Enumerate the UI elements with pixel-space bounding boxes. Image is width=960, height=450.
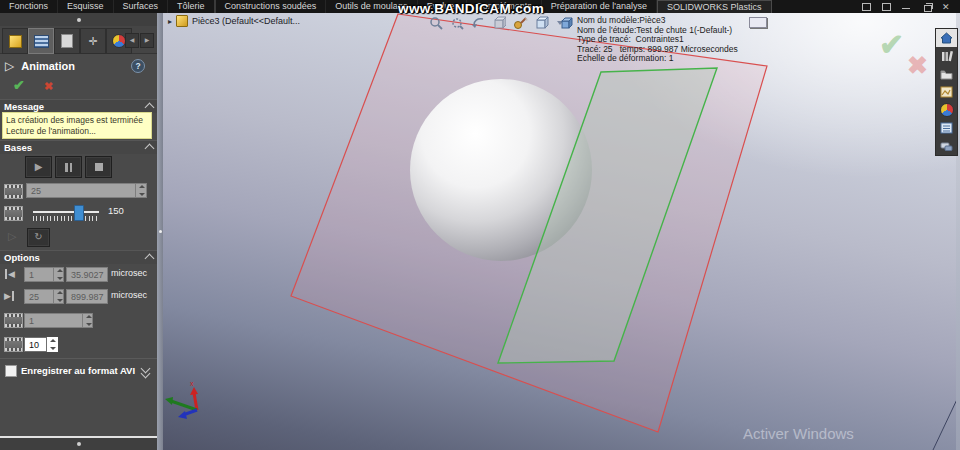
color-wheel-icon <box>112 34 126 48</box>
design-library-tab[interactable] <box>936 47 957 65</box>
tab-property-manager[interactable] <box>28 28 54 54</box>
crosshair-icon: ✛ <box>88 36 97 47</box>
play-icon: ▶ <box>35 162 43 172</box>
playback-frames-spinner[interactable] <box>46 337 58 352</box>
tab-constructions-soudees[interactable]: Constructions soudées <box>216 0 327 13</box>
collapse-chevron-icon[interactable] <box>145 103 155 113</box>
tab-surfaces[interactable]: Surfaces <box>114 0 169 13</box>
tab-fonctions[interactable]: Fonctions <box>0 0 58 13</box>
stop-button[interactable] <box>85 156 112 178</box>
zoom-fit-icon[interactable] <box>429 16 443 30</box>
view-orientation-icon[interactable] <box>535 16 550 30</box>
film-speed-icon <box>4 206 23 221</box>
end-unit-label: microsec <box>111 290 147 300</box>
view-palette-icon <box>940 86 953 98</box>
close-button[interactable]: ✕ <box>942 3 951 11</box>
manager-tab-bar: ✛ ◀ ▶ <box>0 26 157 54</box>
animation-header: ▷ Animation ? <box>0 57 157 75</box>
appearances-scenes-tab[interactable] <box>936 101 957 119</box>
design-library-icon <box>940 50 953 62</box>
minimize-button[interactable] <box>902 3 911 11</box>
current-frame-row: 25 <box>0 183 157 200</box>
custom-properties-tab[interactable] <box>936 119 957 137</box>
pane-right-icon[interactable] <box>882 3 891 11</box>
zoom-area-icon[interactable] <box>450 16 464 30</box>
start-time-field[interactable]: 35.9027 <box>66 267 108 282</box>
tab-esquisse[interactable]: Esquisse <box>58 0 114 13</box>
panel-top-handle[interactable] <box>0 13 157 27</box>
tree-item-label: Pièce3 (Default<<Default... <box>192 16 300 26</box>
tab-preparation-analyse[interactable]: Préparation de l'analyse <box>542 0 657 13</box>
bases-section-header[interactable]: Bases <box>0 140 161 154</box>
play-button[interactable]: ▶ <box>25 156 52 178</box>
divider <box>0 358 157 359</box>
file-explorer-tab[interactable] <box>936 65 957 83</box>
collapse-chevron-icon[interactable] <box>145 254 155 264</box>
slider-ticks <box>33 216 99 221</box>
skip-to-start-icon: ◀ <box>5 269 15 279</box>
help-icon[interactable]: ? <box>131 59 145 73</box>
pane-left-icon[interactable] <box>862 3 871 11</box>
tab-tolerie[interactable]: Tôlerie <box>168 0 216 13</box>
speed-slider-track[interactable] <box>33 211 99 213</box>
tab-scroll-next-button[interactable]: ▶ <box>140 33 154 48</box>
section-view-icon[interactable] <box>493 16 506 30</box>
loop-toggle-button[interactable]: ↻ <box>27 228 50 247</box>
page-icon <box>61 34 73 48</box>
tab-feature-manager[interactable] <box>2 28 28 54</box>
color-wheel-icon <box>940 103 954 117</box>
message-header-label: Message <box>4 101 44 112</box>
expand-chevron-icon[interactable] <box>141 369 151 379</box>
part-icon <box>9 35 22 48</box>
panel-bottom-handle[interactable] <box>0 438 157 450</box>
expander-icon[interactable]: ▸ <box>168 17 172 26</box>
collapse-chevron-icon[interactable] <box>145 144 155 154</box>
message-section-header[interactable]: Message <box>0 99 161 113</box>
home-icon <box>940 32 953 44</box>
bandicam-watermark: www.BANDICAM.com <box>398 1 544 16</box>
chat-bubbles-icon <box>940 141 953 152</box>
options-section-header[interactable]: Options <box>0 250 161 264</box>
ok-button[interactable]: ✔ <box>13 77 25 93</box>
tab-dimxpert-manager[interactable]: ✛ <box>80 28 106 54</box>
viewport-cancel-button[interactable]: ✖ <box>907 51 928 80</box>
speed-slider-row: 150 <box>0 203 157 229</box>
window-controls: ✕ <box>862 0 960 13</box>
feature-tree-root[interactable]: ▸ Pièce3 (Default<<Default... <box>168 15 300 27</box>
tab-scroll-prev-button[interactable]: ◀ <box>125 33 139 48</box>
loop-row: ▷ ↻ <box>0 228 157 247</box>
appearances-icon[interactable] <box>513 16 528 30</box>
playback-frames-row: 10 <box>0 336 157 353</box>
transport-controls: ▶ <box>0 156 157 178</box>
end-time-field[interactable]: 899.987 <box>66 289 108 304</box>
viewport-ok-button[interactable]: ✔ <box>879 27 904 62</box>
film-playback-icon <box>4 337 23 352</box>
start-frame-spinner[interactable] <box>53 267 65 282</box>
speed-slider-thumb[interactable] <box>74 205 84 221</box>
view-palette-tab[interactable] <box>936 83 957 101</box>
message-box: La création des images est terminée Lect… <box>2 112 152 139</box>
animation-icon: ▷ <box>5 59 14 73</box>
panel-splitter[interactable] <box>157 13 163 450</box>
pause-button[interactable] <box>55 156 82 178</box>
scene-3d: x <box>163 13 960 450</box>
forum-tab[interactable] <box>936 137 957 155</box>
tab-scroll-buttons: ◀ ▶ <box>125 33 154 48</box>
graphics-viewport[interactable]: x ▸ Pièce3 (Default<<Default... Nom du m… <box>163 13 960 450</box>
part-icon <box>176 15 188 27</box>
tab-configuration-manager[interactable] <box>54 28 80 54</box>
frame-step-spinner[interactable] <box>82 313 94 328</box>
previous-view-icon[interactable] <box>471 16 486 30</box>
tab-solidworks-plastics[interactable]: SOLIDWORKS Plastics <box>657 0 772 13</box>
avi-checkbox[interactable] <box>5 365 17 377</box>
home-tab[interactable] <box>936 29 957 47</box>
film-frame-icon <box>4 184 23 199</box>
end-frame-spinner[interactable] <box>53 289 65 304</box>
current-frame-field[interactable]: 25 <box>26 183 147 198</box>
property-manager-panel: ✛ ◀ ▶ ▷ Animation ? ✔ ✖ Message La créat… <box>0 13 157 450</box>
cancel-button[interactable]: ✖ <box>44 80 53 93</box>
current-frame-spinner[interactable] <box>135 183 147 198</box>
folder-icon <box>940 69 953 80</box>
restore-button[interactable] <box>922 3 931 11</box>
pause-icon <box>65 163 72 172</box>
